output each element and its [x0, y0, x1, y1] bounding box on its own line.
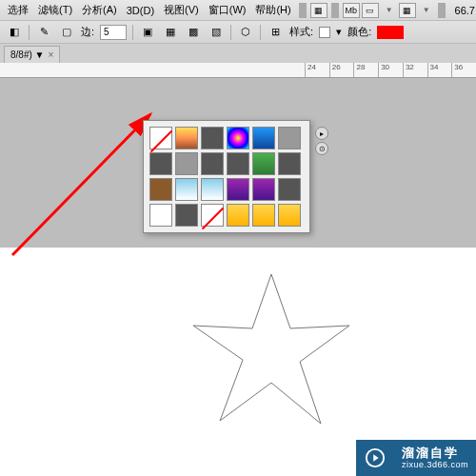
ruler-tick: 24 [305, 63, 329, 77]
ruler-tick: 32 [403, 63, 427, 77]
style-swatch[interactable] [227, 204, 249, 227]
style-none[interactable] [149, 127, 172, 149]
watermark-title: 溜溜自学 [402, 446, 468, 461]
menu-analysis[interactable]: 分析(A) [78, 1, 121, 19]
style-none[interactable] [201, 204, 224, 227]
ruler-tick: 30 [378, 63, 403, 77]
style-swatch[interactable] [252, 127, 275, 149]
combine-icon[interactable]: ▣ [139, 25, 156, 40]
tab-label: 8/8#) ▼ [10, 50, 44, 60]
watermark-logo [356, 440, 394, 476]
screen-mode-icon[interactable]: ▭ [362, 3, 379, 18]
ruler-tick: 26 [329, 63, 354, 77]
style-swatch[interactable] [278, 127, 301, 149]
style-swatch[interactable] [278, 204, 301, 227]
intersect-icon[interactable]: ▩ [185, 25, 202, 40]
popup-next-icon[interactable]: ▸ [315, 127, 328, 140]
style-swatch[interactable] [278, 178, 301, 201]
zoom-value[interactable]: 66.7 [449, 5, 476, 16]
watermark-url: zixue.3d66.com [402, 460, 468, 470]
menu-3d[interactable]: 3D(D) [123, 3, 158, 18]
style-swatch[interactable] [252, 178, 275, 201]
menu-select[interactable]: 选择 [4, 1, 32, 19]
close-icon[interactable]: × [48, 50, 53, 60]
horizontal-ruler: 24 26 28 30 32 34 36 [0, 63, 476, 78]
work-area: 24 26 28 30 32 34 36 [0, 63, 476, 248]
svg-marker-1 [193, 274, 349, 424]
style-swatch[interactable] [227, 178, 249, 201]
style-swatch[interactable] [201, 152, 224, 175]
style-swatch[interactable] [175, 204, 198, 227]
menu-bar: 选择 滤镜(T) 分析(A) 3D(D) 视图(V) 窗口(W) 帮助(H) ▦… [0, 0, 476, 21]
separator [260, 25, 261, 40]
style-swatch[interactable] [201, 178, 224, 201]
style-swatch[interactable] [175, 152, 198, 175]
menu-help[interactable]: 帮助(H) [251, 1, 294, 19]
color-swatch[interactable] [377, 26, 404, 39]
style-swatch[interactable] [252, 204, 275, 227]
bridge-icon[interactable]: ▦ [310, 3, 327, 18]
popup-menu-icon[interactable]: ⊙ [315, 142, 328, 155]
options-bar: ◧ ✎ ▢ 边: ▣ ▦ ▩ ▧ ⬡ ⊞ 样式: ▾ 颜色: [0, 21, 476, 44]
document-tab[interactable]: 8/8#) ▼ × [4, 46, 60, 63]
style-swatch[interactable] [227, 152, 249, 175]
geometry-icon[interactable]: ⬡ [237, 25, 254, 40]
style-swatch[interactable] [175, 178, 198, 201]
ruler-tick: 34 [427, 63, 452, 77]
mb-icon[interactable]: Mb [343, 3, 360, 18]
ruler-tick: 36 [451, 63, 476, 77]
style-picker-popup[interactable]: ▸ ⊙ [143, 120, 310, 233]
style-swatch[interactable] [149, 204, 172, 227]
align-icon[interactable]: ⊞ [267, 25, 284, 40]
menu-view[interactable]: 视图(V) [160, 1, 203, 19]
style-swatch[interactable] [201, 127, 224, 149]
menu-window[interactable]: 窗口(W) [205, 1, 250, 19]
edge-input[interactable] [100, 25, 127, 40]
separator [29, 25, 30, 40]
shape-icon[interactable]: ▢ [58, 25, 75, 40]
style-grid [149, 127, 304, 227]
tool-preset-icon[interactable]: ◧ [6, 25, 23, 40]
style-swatch[interactable] [278, 152, 301, 175]
separator [331, 3, 339, 18]
document-tab-bar: 8/8#) ▼ × [0, 44, 476, 63]
style-checkbox[interactable] [319, 27, 330, 38]
style-swatch[interactable] [252, 152, 275, 175]
separator [230, 25, 231, 40]
path-icon[interactable]: ✎ [35, 25, 52, 40]
subtract-icon[interactable]: ▦ [162, 25, 179, 40]
edge-label: 边: [81, 25, 94, 39]
hand-icon[interactable]: ▦ [399, 3, 416, 18]
separator [438, 3, 446, 18]
svg-marker-3 [373, 454, 379, 461]
watermark: 溜溜自学 zixue.3d66.com [356, 440, 476, 476]
popup-controls: ▸ ⊙ [315, 127, 328, 155]
style-swatch[interactable] [149, 152, 172, 175]
exclude-icon[interactable]: ▧ [208, 25, 225, 40]
style-swatch[interactable] [175, 127, 198, 149]
style-label: 样式: [289, 25, 313, 39]
menu-filter[interactable]: 滤镜(T) [34, 1, 76, 19]
star-shape[interactable] [186, 267, 357, 438]
ruler-tick: 28 [353, 63, 378, 77]
separator [132, 25, 133, 40]
style-swatch[interactable] [227, 127, 249, 149]
color-label: 颜色: [347, 25, 371, 39]
style-swatch[interactable] [149, 178, 172, 201]
watermark-text: 溜溜自学 zixue.3d66.com [394, 440, 476, 476]
separator [299, 3, 307, 18]
